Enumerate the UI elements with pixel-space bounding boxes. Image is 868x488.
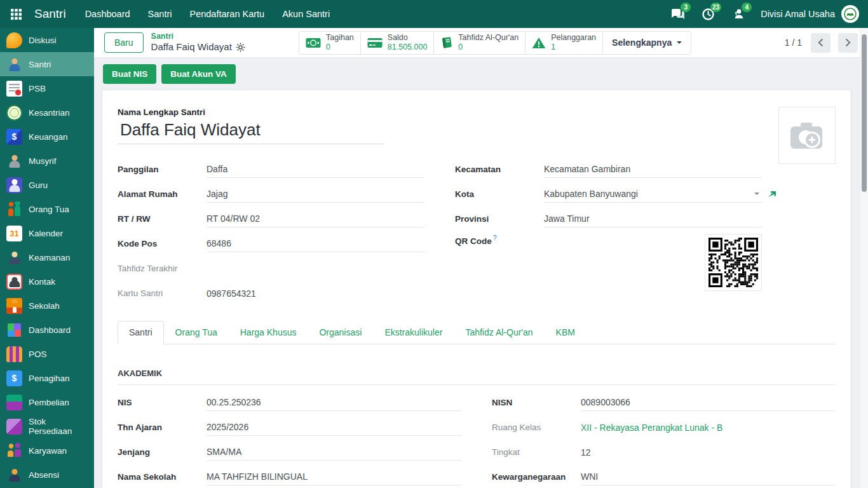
warning-triangle-icon — [532, 37, 546, 49]
field-input[interactable]: Jawa Timur — [544, 210, 762, 227]
sidebar-item-orang-tua[interactable]: Orang Tua — [0, 197, 94, 221]
breadcrumb-parent-link[interactable]: Santri — [151, 32, 245, 42]
sidebar-item-dashboard[interactable]: Dashboard — [0, 318, 94, 342]
sidebar-item-guru[interactable]: Guru — [0, 173, 94, 197]
sidebar-item-absensi[interactable]: Absensi — [0, 463, 94, 487]
field-input[interactable]: Kabupaten Banyuwangi — [544, 186, 762, 203]
tab-kbm[interactable]: KBM — [545, 321, 587, 344]
sidebar-item-penagihan[interactable]: Penagihan — [0, 366, 94, 390]
sidebar-item-label: Guru — [29, 180, 48, 190]
tab-organisasi[interactable]: Organisasi — [308, 321, 373, 344]
avatar[interactable] — [841, 5, 859, 23]
vertical-scrollbar[interactable] — [860, 28, 868, 488]
field-input[interactable]: RT 04/RW 02 — [207, 210, 424, 227]
tab-tahfidz-al-qur-an[interactable]: Tahfidz Al-Qur'an — [454, 321, 544, 344]
field-input[interactable]: 00.25.250236 — [207, 394, 461, 411]
sidebar-item-kalender[interactable]: Kalender — [0, 221, 94, 245]
sidebar-item-santri[interactable]: Santri — [0, 52, 94, 76]
field-input[interactable] — [207, 260, 424, 277]
activities-clock-icon[interactable]: 23 — [700, 6, 716, 22]
stat-button-saldo[interactable]: Saldo81.505.000 — [360, 31, 435, 55]
penagihan-icon — [6, 370, 22, 386]
stat-button-tagihan[interactable]: Tagihan0 — [299, 31, 361, 55]
sidebar-item-sekolah[interactable]: Sekolah — [0, 294, 94, 318]
field-input[interactable]: 2025/2026 — [207, 419, 461, 436]
tab-ekstrakulikuler[interactable]: Ekstrakulikuler — [373, 321, 454, 344]
field-tingkat: Tingkat 12 — [492, 440, 836, 464]
sidebar-item-pos[interactable]: POS — [0, 342, 94, 366]
field-input[interactable]: 68486 — [207, 235, 424, 252]
dashboard-icon — [6, 322, 22, 338]
action-buttons: Buat NIS Buat Akun VA — [103, 64, 851, 84]
stok-persediaan-icon — [6, 419, 22, 435]
scrollbar-thumb[interactable] — [862, 34, 867, 192]
field-input[interactable]: 12 — [581, 444, 836, 461]
field-input[interactable]: Kecamatan Gambiran — [544, 161, 762, 178]
field-kewarganegaraan: Kewarganegaraan WNI — [492, 464, 836, 488]
requests-person-icon[interactable]: 4 — [730, 6, 747, 22]
tab-harga-khusus[interactable]: Harga Khusus — [229, 321, 308, 344]
photo-upload-placeholder[interactable] — [778, 107, 836, 164]
internal-link-arrow-icon[interactable] — [768, 190, 777, 198]
apps-grid-icon[interactable] — [6, 4, 25, 24]
sidebar-item-karyawan[interactable]: Karyawan — [0, 438, 94, 463]
field-label: Tahfidz Terakhir — [118, 264, 204, 273]
messages-badge: 3 — [681, 3, 691, 12]
sidebar-item-kontak[interactable]: Kontak — [0, 269, 94, 294]
field-input[interactable]: SMA/MA — [207, 444, 461, 461]
sidebar-item-label: Dashboard — [29, 325, 71, 335]
pager-next-button[interactable] — [838, 33, 858, 53]
field-input[interactable]: 0987654321 — [207, 285, 424, 302]
pager-previous-button[interactable] — [811, 33, 831, 53]
sidebar-item-stok-persediaan[interactable]: Stok Persediaan — [0, 414, 94, 438]
sidebar-item-label: Musyrif — [29, 156, 57, 166]
field-input[interactable]: XII - Rekayasa Perangkat Lunak - B — [581, 419, 836, 436]
user-menu[interactable]: Divisi Amal Usaha — [761, 5, 859, 23]
sidebar-item-keuangan[interactable]: Keuangan — [0, 125, 94, 149]
help-question-icon[interactable]: ? — [493, 234, 497, 241]
name-field-input[interactable]: Daffa Faiq Widayat — [118, 119, 384, 144]
section-title-akademik: AKADEMIK — [118, 369, 836, 385]
stat-button-tahfidz[interactable]: Tahfidz Al-Qur'an0 — [433, 31, 526, 55]
field-input[interactable]: Jajag — [207, 186, 424, 203]
field-kota: Kota Kabupaten Banyuwangi — [455, 182, 762, 207]
field-label: Kartu Santri — [118, 288, 204, 298]
sidebar-item-diskusi[interactable]: Diskusi — [0, 28, 94, 52]
messages-icon[interactable]: 3 — [669, 6, 686, 22]
menu-item-pendaftaran-kartu[interactable]: Pendaftaran Kartu — [189, 9, 264, 19]
field-label: Kota — [455, 189, 541, 199]
sidebar-item-musyrif[interactable]: Musyrif — [0, 149, 94, 173]
menu-item-dashboard[interactable]: Dashboard — [85, 9, 130, 19]
qr-code-image — [705, 234, 762, 291]
kontak-icon — [6, 274, 22, 290]
selengkapnya-dropdown[interactable]: Selengkapnya — [602, 31, 691, 55]
gear-icon[interactable] — [236, 43, 245, 52]
sidebar-item-kesantrian[interactable]: Kesantrian — [0, 100, 94, 125]
field-label: NISN — [492, 398, 578, 407]
field-input[interactable]: Daffa — [207, 161, 424, 178]
field-label: Ruang Kelas — [492, 423, 578, 432]
sidebar-item-psb[interactable]: PSB — [0, 76, 94, 100]
field-label: Jenjang — [118, 447, 204, 457]
sidebar-item-pembelian[interactable]: Pembelian — [0, 390, 94, 414]
pembelian-icon — [6, 395, 22, 410]
field-label: Kode Pos — [118, 239, 204, 248]
menu-item-santri[interactable]: Santri — [148, 9, 172, 19]
stat-button-pelanggaran[interactable]: Pelanggaran1 — [525, 31, 603, 55]
sidebar-item-label: Kalender — [29, 229, 63, 238]
sidebar-item-keamanan[interactable]: Keamanan — [0, 245, 94, 269]
buat-nis-button[interactable]: Buat NIS — [103, 64, 156, 84]
field-nis: NIS 00.25.250236 — [118, 390, 461, 415]
tab-santri[interactable]: Santri — [118, 321, 164, 344]
field-input[interactable]: WNI — [581, 468, 836, 485]
field-input[interactable]: 0089003066 — [581, 394, 836, 411]
field-thn-ajaran: Thn Ajaran 2025/2026 — [118, 415, 461, 440]
buat-akun-va-button[interactable]: Buat Akun VA — [161, 64, 236, 84]
breadcrumb: Baru Santri Daffa Faiq Widayat — [104, 32, 299, 53]
field-input[interactable]: MA TAHFIZH BILINGUAL — [207, 468, 461, 485]
company-name: Divisi Amal Usaha — [761, 9, 835, 19]
new-record-button[interactable]: Baru — [104, 32, 144, 53]
menu-item-akun-santri[interactable]: Akun Santri — [282, 9, 330, 19]
dropdown-caret-icon[interactable] — [754, 193, 759, 198]
tab-orang-tua[interactable]: Orang Tua — [164, 321, 229, 344]
